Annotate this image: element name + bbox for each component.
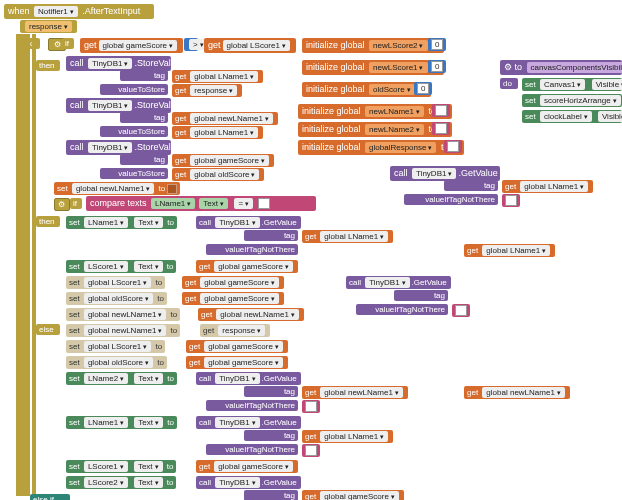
- elseif-label[interactable]: else if: [30, 494, 70, 500]
- then2-label: then: [36, 216, 60, 227]
- vis-row-2[interactable]: set clockLabel Visible to get: [522, 110, 622, 123]
- init-newlname2[interactable]: initialize global newLName2 to: [298, 122, 452, 137]
- else-set-0[interactable]: set global newLName1 to: [66, 324, 180, 337]
- if-label: if: [62, 38, 74, 49]
- else-set-1[interactable]: set global LScore1 to: [66, 340, 165, 353]
- gve-tag: tag: [244, 490, 298, 500]
- gvc-tag: tag: [244, 386, 298, 397]
- gv1-vnt: valueIfTagNotThere: [404, 194, 498, 205]
- op-gt[interactable]: >: [184, 38, 198, 51]
- vis-do: do: [500, 78, 518, 89]
- init-oldscore[interactable]: initialize global oldScore to: [302, 82, 431, 97]
- set-newlname1[interactable]: set global newLName1 to: [54, 182, 180, 195]
- set-lscore1-var[interactable]: set global LScore1 to: [66, 276, 165, 289]
- get-lname1-float[interactable]: get global LName1: [464, 244, 555, 257]
- gv1-get[interactable]: get global LName1: [502, 180, 593, 193]
- gva-tag: tag: [244, 230, 298, 241]
- str-3[interactable]: [444, 140, 462, 153]
- get-gamescore[interactable]: getglobal gameScore: [80, 38, 183, 53]
- gv-d[interactable]: call TinyDB1.GetValue: [196, 416, 301, 429]
- str-2[interactable]: [432, 122, 450, 135]
- get-gamescore-b[interactable]: get global gameScore: [196, 260, 298, 273]
- get-gs-c[interactable]: get global gameScore: [182, 276, 284, 289]
- else-set-2[interactable]: set global oldScore to: [66, 356, 167, 369]
- get-gamescore-a[interactable]: get global gameScore: [172, 154, 274, 167]
- vts-1: valueToStore: [100, 84, 168, 95]
- tag-2: tag: [120, 112, 168, 123]
- gv-c[interactable]: call TinyDB1.GetValue: [196, 372, 301, 385]
- get-response-a[interactable]: get response: [172, 84, 242, 97]
- compare-texts[interactable]: compare texts LName1Text =: [86, 196, 316, 211]
- val-0b[interactable]: 0: [428, 60, 446, 73]
- get-oldscore-a[interactable]: get global oldScore: [172, 168, 264, 181]
- gvb-str[interactable]: [452, 304, 470, 317]
- init-newlscore2[interactable]: initialize global newLScore2 to: [302, 38, 444, 53]
- response-var[interactable]: response: [20, 20, 77, 33]
- gve-get[interactable]: get global gameScore: [302, 490, 404, 500]
- set-newlname1-var[interactable]: set global newLName1 to: [66, 308, 180, 321]
- str-1[interactable]: [432, 104, 450, 117]
- gvc-vnt: valueIfTagNotThere: [206, 400, 298, 411]
- gva-vnt: valueIfTagNotThere: [206, 244, 298, 255]
- spine-2: [32, 34, 36, 496]
- inner-if-gear[interactable]: ⚙: [54, 198, 70, 211]
- gvd-tag: tag: [244, 430, 298, 441]
- get-newlname1-a[interactable]: get global newLName1: [172, 112, 278, 125]
- set-oldscore-var[interactable]: set global oldScore to: [66, 292, 167, 305]
- block-canvas[interactable]: when Notifier1 .AfterTextInput response …: [0, 0, 622, 500]
- gvd-str[interactable]: [302, 444, 320, 457]
- val-0c[interactable]: 0: [414, 82, 432, 95]
- gvd-get[interactable]: get global LName1: [302, 430, 393, 443]
- vis-row-0[interactable]: set Canvas1 Visible to get: [522, 78, 622, 91]
- init-globresponse[interactable]: initialize global globalResponse to: [298, 140, 464, 155]
- set-lscore2-text[interactable]: set LScore2 Text to: [66, 476, 176, 489]
- gvd-vnt: valueIfTagNotThere: [206, 444, 298, 455]
- set-lscore1-text[interactable]: set LScore1 Text to: [66, 260, 176, 273]
- spine-1: [16, 34, 30, 496]
- else-label: else: [36, 324, 60, 335]
- then-label: then: [36, 60, 60, 71]
- set-lname1-text[interactable]: set LName1 Text to: [66, 216, 177, 229]
- gvc-get[interactable]: get global newLName1: [302, 386, 408, 399]
- gv-a[interactable]: call TinyDB1.GetValue: [196, 216, 301, 229]
- tag-3: tag: [120, 154, 168, 165]
- else-get-2[interactable]: get global gameScore: [186, 356, 288, 369]
- get-newlname1-float[interactable]: get global newLName1: [464, 386, 570, 399]
- get-gs-d[interactable]: get global gameScore: [182, 292, 284, 305]
- vts-2: valueToStore: [100, 126, 168, 137]
- gv1-tag: tag: [444, 180, 498, 191]
- gva-get[interactable]: get global LName1: [302, 230, 393, 243]
- set-lscore1-text-b[interactable]: set LScore1 Text to: [66, 460, 176, 473]
- get-lname1-a[interactable]: get global LName1: [172, 70, 263, 83]
- set-lname1-text-b[interactable]: set LName1 Text to: [66, 416, 177, 429]
- inner-if-label: if: [70, 198, 82, 209]
- else-get-1[interactable]: get global gameScore: [186, 340, 288, 353]
- call-store-3[interactable]: call TinyDB1.StoreValue: [66, 140, 171, 155]
- gvb-vnt: valueIfTagNotThere: [356, 304, 448, 315]
- vis-row-1[interactable]: set scoreHorizArrange Visible to get: [522, 94, 622, 107]
- gv-b[interactable]: call TinyDB1.GetValue: [346, 276, 451, 289]
- gvc-str[interactable]: [302, 400, 320, 413]
- set-lname2-text[interactable]: set LName2 Text to: [66, 372, 177, 385]
- val-0a[interactable]: 0: [428, 38, 446, 51]
- init-newlscore1[interactable]: initialize global newLScore1 to: [302, 60, 444, 75]
- when-header[interactable]: when Notifier1 .AfterTextInput: [4, 4, 154, 19]
- get-newl-e[interactable]: get global newLName1: [198, 308, 304, 321]
- call-store-1[interactable]: call TinyDB1.StoreValue: [66, 56, 171, 71]
- get-lname1-b[interactable]: get global LName1: [172, 126, 263, 139]
- proc-visibility[interactable]: ⚙ to canvasComponentsVisibility boolean: [500, 60, 622, 75]
- vts-3: valueToStore: [100, 168, 168, 179]
- gv-1[interactable]: call TinyDB1.GetValue: [390, 166, 500, 181]
- gv-e[interactable]: call TinyDB1.GetValue: [196, 476, 301, 489]
- tag-1: tag: [120, 70, 168, 81]
- else-get-0[interactable]: get response: [200, 324, 270, 337]
- get-gs-f[interactable]: get global gameScore: [196, 460, 298, 473]
- get-lscore1[interactable]: getglobal LScore1: [204, 38, 296, 53]
- gv1-str[interactable]: [502, 194, 520, 207]
- init-newlname1[interactable]: initialize global newLName1 to: [298, 104, 452, 119]
- gvb-tag: tag: [394, 290, 448, 301]
- call-store-2[interactable]: call TinyDB1.StoreValue: [66, 98, 171, 113]
